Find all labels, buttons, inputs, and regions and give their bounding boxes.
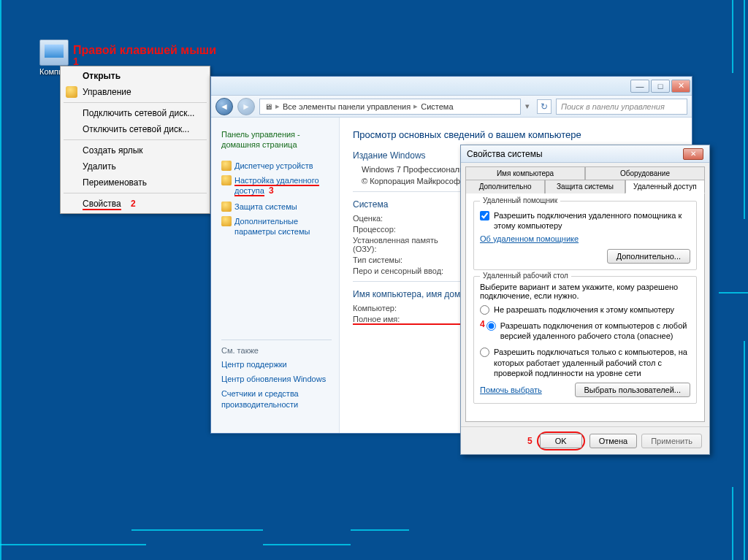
dialog-titlebar[interactable]: Свойства системы ✕ bbox=[461, 145, 709, 163]
menu-map-drive[interactable]: Подключить сетевой диск... bbox=[62, 105, 208, 121]
apply-button[interactable]: Применить bbox=[641, 434, 702, 448]
titlebar[interactable]: — □ ✕ bbox=[211, 77, 692, 96]
shield-icon bbox=[221, 161, 232, 171]
pen-label: Перо и сенсорный ввод: bbox=[353, 266, 462, 275]
rdp-radio-none[interactable] bbox=[480, 305, 489, 315]
fullname-label: Полное имя: bbox=[353, 315, 462, 325]
rdp-opt-none[interactable]: Не разрешать подключения к этому компьют… bbox=[480, 304, 690, 315]
rdp-radio-nla[interactable] bbox=[480, 348, 489, 357]
sidebar-action-center[interactable]: Центр поддержки bbox=[221, 359, 332, 369]
ok-button[interactable]: OK bbox=[540, 434, 582, 448]
dialog-close-button[interactable]: ✕ bbox=[683, 148, 703, 160]
about-assistant-link[interactable]: Об удаленном помощнике bbox=[480, 234, 690, 243]
tab-protection[interactable]: Защита системы bbox=[545, 180, 625, 193]
group-title-assistant: Удаленный помощник bbox=[480, 196, 560, 204]
annotation-title: Правой клавишей мыши bbox=[73, 44, 216, 57]
group-remote-assistant: Удаленный помощник Разрешить подключения… bbox=[473, 201, 697, 270]
rdp-intro: Выберите вариант и затем укажите, кому р… bbox=[480, 283, 690, 300]
menu-manage[interactable]: Управление bbox=[62, 84, 208, 100]
annotation-2: 2 bbox=[131, 199, 136, 209]
annotation-5: 5 bbox=[527, 436, 533, 446]
context-menu: Открыть Управление Подключить сетевой ди… bbox=[60, 66, 210, 214]
decoration bbox=[131, 529, 263, 531]
menu-delete[interactable]: Удалить bbox=[62, 158, 208, 174]
side-panel: Панель управления - домашняя страница Ди… bbox=[211, 118, 340, 433]
page-heading: Просмотр основных сведений о вашем компь… bbox=[353, 129, 679, 140]
select-users-button[interactable]: Выбрать пользователей... bbox=[575, 383, 691, 397]
dialog-button-row: 5 OK Отмена Применить bbox=[461, 426, 709, 454]
sidebar-home[interactable]: Панель управления - домашняя страница bbox=[221, 129, 332, 150]
shield-icon bbox=[221, 175, 232, 185]
decoration bbox=[0, 0, 1, 560]
tab-advanced[interactable]: Дополнительно bbox=[465, 180, 545, 193]
rdp-opt-any[interactable]: Разрешать подключения от компьютеров с л… bbox=[486, 321, 690, 342]
tab-computer-name[interactable]: Имя компьютера bbox=[465, 166, 585, 180]
decoration bbox=[351, 529, 409, 531]
tab-hardware[interactable]: Оборудование bbox=[585, 166, 705, 180]
decoration bbox=[719, 292, 748, 294]
menu-disconnect-drive[interactable]: Отключить сетевой диск... bbox=[62, 121, 208, 137]
group-title-rdp: Удаленный рабочий стол bbox=[480, 272, 571, 280]
sidebar-windows-update[interactable]: Центр обновления Windows bbox=[221, 374, 332, 384]
allow-assistant-checkbox[interactable]: Разрешить подключения удаленного помощни… bbox=[480, 210, 690, 231]
decoration bbox=[732, 0, 733, 73]
sidebar-advanced[interactable]: Дополнительные параметры системы bbox=[221, 216, 332, 237]
menu-create-shortcut[interactable]: Создать ярлык bbox=[62, 142, 208, 158]
sidebar-device-manager[interactable]: Диспетчер устройств bbox=[221, 161, 332, 171]
shield-icon bbox=[66, 86, 77, 98]
search-input[interactable]: Поиск в панели управления bbox=[556, 99, 687, 115]
tab-body: Удаленный помощник Разрешить подключения… bbox=[465, 193, 705, 422]
separator bbox=[64, 102, 207, 103]
sidebar-remote-settings[interactable]: Настройка удаленного доступа 3 bbox=[221, 175, 332, 197]
minimize-button[interactable]: — bbox=[630, 80, 649, 93]
decoration bbox=[744, 341, 745, 560]
sidebar-system-protection[interactable]: Защита системы bbox=[221, 202, 332, 212]
separator bbox=[64, 139, 207, 140]
computer-label: Компьютер: bbox=[353, 304, 462, 312]
see-also-header: См. также bbox=[221, 346, 332, 355]
tabs: Имя компьютера Оборудование Дополнительн… bbox=[461, 163, 709, 193]
tab-remote[interactable]: Удаленный доступ bbox=[625, 180, 705, 193]
allow-assistant-input[interactable] bbox=[480, 211, 489, 220]
decoration bbox=[744, 0, 745, 219]
shield-icon bbox=[221, 216, 232, 226]
cancel-button[interactable]: Отмена bbox=[589, 434, 637, 448]
assistant-more-button[interactable]: Дополнительно... bbox=[607, 249, 690, 264]
address-bar: ◄ ► 🖥 ▸ Все элементы панели управления ▸… bbox=[211, 96, 692, 118]
breadcrumb-icon: 🖥 bbox=[264, 102, 272, 111]
decoration bbox=[263, 544, 351, 545]
computer-icon bbox=[39, 39, 69, 66]
shield-icon bbox=[221, 202, 232, 212]
decoration bbox=[0, 544, 146, 545]
decoration bbox=[732, 487, 733, 560]
systype-label: Тип системы: bbox=[353, 256, 462, 264]
menu-open[interactable]: Открыть bbox=[62, 68, 208, 84]
system-properties-dialog: Свойства системы ✕ Имя компьютера Оборуд… bbox=[460, 145, 710, 455]
ok-highlight: OK bbox=[537, 431, 585, 450]
nav-back-button[interactable]: ◄ bbox=[215, 98, 233, 115]
help-choose-link[interactable]: Помочь выбрать bbox=[480, 386, 542, 394]
annotation-4: 4 bbox=[480, 319, 485, 329]
ram-label: Установленная память (ОЗУ): bbox=[353, 236, 462, 253]
sidebar-performance[interactable]: Счетчики и средства производительности bbox=[221, 388, 332, 410]
separator bbox=[64, 193, 207, 193]
annotation-3: 3 bbox=[269, 185, 274, 196]
refresh-icon[interactable]: ↻ bbox=[537, 99, 552, 114]
maximize-button[interactable]: □ bbox=[651, 80, 670, 93]
processor-label: Процессор: bbox=[353, 225, 462, 234]
dialog-title: Свойства системы bbox=[467, 149, 543, 159]
breadcrumb[interactable]: 🖥 ▸ Все элементы панели управления ▸ Сис… bbox=[259, 99, 521, 115]
rdp-opt-nla[interactable]: Разрешить подключаться только с компьюте… bbox=[480, 347, 690, 378]
nav-forward-button[interactable]: ► bbox=[237, 98, 255, 115]
close-button[interactable]: ✕ bbox=[671, 80, 690, 93]
rating-label: Оценка: bbox=[353, 214, 462, 223]
rdp-radio-any[interactable] bbox=[486, 321, 496, 331]
menu-properties[interactable]: Свойства 2 bbox=[62, 196, 208, 212]
menu-rename[interactable]: Переименовать bbox=[62, 174, 208, 191]
group-remote-desktop: Удаленный рабочий стол Выберите вариант … bbox=[473, 276, 697, 404]
